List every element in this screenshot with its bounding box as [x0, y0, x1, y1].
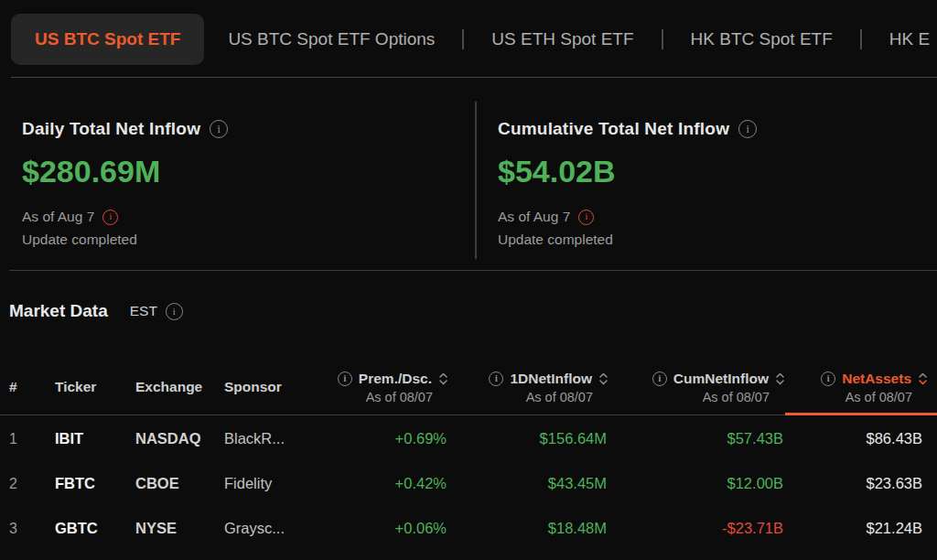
info-icon[interactable] [338, 372, 352, 386]
timezone-label: EST [130, 303, 157, 319]
column-label: Prem./Dsc. [359, 371, 432, 387]
column-1d-net-inflow[interactable]: 1DNetInflow As of 08/07 [448, 371, 609, 404]
prem-dsc-cell: +0.69% [316, 430, 448, 447]
tab-us-eth-spot-etf[interactable]: US ETH Spot ETF [491, 29, 633, 49]
sponsor-cell: BlackR... [224, 430, 316, 447]
row-index: 3 [9, 521, 55, 537]
card-divider [475, 102, 477, 259]
column-as-of: As of 08/07 [526, 390, 593, 404]
daily-net-inflow-value: $280.69M [22, 154, 228, 189]
column-label: CumNetInflow [673, 371, 769, 387]
column-as-of: As of 08/07 [366, 390, 433, 404]
1d-net-inflow-cell: $18.48M [448, 520, 609, 537]
column-sponsor: Sponsor [224, 379, 316, 395]
column-label: 1DNetInflow [510, 371, 592, 387]
table-row[interactable]: 2 FBTC CBOE Fidelity +0.42% $43.45M $12.… [0, 461, 937, 506]
ticker-cell[interactable]: FBTC [55, 475, 135, 492]
sort-icon[interactable] [438, 372, 448, 386]
info-icon[interactable] [210, 120, 228, 138]
prem-dsc-cell: +0.42% [316, 475, 448, 492]
exchange-cell: NYSE [135, 520, 224, 537]
market-data-title: Market Data [9, 301, 108, 321]
info-icon[interactable] [166, 303, 183, 320]
sponsor-cell: Fidelity [224, 475, 316, 492]
column-index: # [9, 379, 55, 395]
table-row[interactable]: 1 IBIT NASDAQ BlackR... +0.69% $156.64M … [0, 416, 937, 461]
card-title: Cumulative Total Net Inflow [498, 119, 729, 139]
column-prem-dsc[interactable]: Prem./Dsc. As of 08/07 [316, 371, 448, 404]
etf-dashboard: US BTC Spot ETF US BTC Spot ETF Options … [0, 0, 937, 560]
tab-us-btc-spot-etf-options[interactable]: US BTC Spot ETF Options [228, 29, 435, 49]
sort-icon[interactable] [598, 372, 609, 386]
column-as-of: As of 08/07 [703, 390, 770, 404]
table-row[interactable]: 3 GBTC NYSE Graysc... +0.06% $18.48M -$2… [0, 506, 937, 551]
card-title: Daily Total Net Inflow [22, 119, 200, 139]
column-cum-net-inflow[interactable]: CumNetInflow As of 08/07 [609, 371, 785, 404]
ticker-cell[interactable]: GBTC [55, 520, 135, 537]
row-index: 2 [9, 476, 55, 492]
net-assets-cell: $23.63B [785, 475, 928, 492]
exchange-cell: CBOE [135, 475, 224, 492]
info-icon[interactable] [738, 120, 757, 138]
tab-hk-eth-spot-etf[interactable]: HK E [889, 29, 930, 49]
cum-net-inflow-cell: $57.43B [609, 430, 785, 447]
alert-info-icon[interactable] [102, 210, 118, 225]
sort-icon-desc-active[interactable] [918, 372, 928, 386]
cum-net-inflow-cell: -$23.71B [609, 520, 785, 537]
tab-separator [860, 29, 862, 49]
column-exchange: Exchange [135, 379, 224, 395]
alert-info-icon[interactable] [578, 210, 594, 225]
sort-icon[interactable] [775, 372, 785, 386]
table-body: 1 IBIT NASDAQ BlackR... +0.69% $156.64M … [0, 416, 937, 551]
row-index: 1 [9, 431, 55, 447]
cum-net-inflow-cell: $12.00B [609, 475, 785, 492]
1d-net-inflow-cell: $43.45M [448, 475, 609, 492]
prem-dsc-cell: +0.06% [316, 520, 448, 537]
market-data-section: Market Data EST # Ticker Exchange Sponso… [0, 271, 937, 560]
tab-hk-btc-spot-etf[interactable]: HK BTC Spot ETF [691, 29, 833, 49]
table-header: # Ticker Exchange Sponsor Prem./Dsc. As … [0, 359, 937, 415]
tab-separator [662, 29, 663, 49]
update-status: Update completed [498, 232, 757, 248]
info-icon[interactable] [821, 372, 835, 386]
column-ticker: Ticker [55, 379, 135, 395]
net-assets-cell: $86.43B [785, 430, 928, 447]
tab-us-btc-spot-etf[interactable]: US BTC Spot ETF [11, 14, 204, 65]
tab-separator [462, 29, 464, 49]
exchange-cell: NASDAQ [135, 430, 224, 447]
as-of-label: As of Aug 7 [498, 209, 570, 225]
column-net-assets[interactable]: NetAssets As of 08/07 [785, 371, 928, 404]
1d-net-inflow-cell: $156.64M [448, 430, 609, 447]
active-sort-underline [785, 413, 937, 415]
column-label: NetAssets [842, 371, 911, 387]
info-icon[interactable] [489, 372, 503, 386]
cumulative-net-inflow-value: $54.02B [498, 154, 757, 189]
as-of-label: As of Aug 7 [22, 209, 94, 225]
sponsor-cell: Graysc... [224, 520, 316, 537]
cumulative-net-inflow-card: Cumulative Total Net Inflow $54.02B As o… [498, 118, 757, 248]
update-status: Update completed [22, 232, 228, 248]
column-as-of: As of 08/07 [845, 390, 912, 404]
summary-section: Daily Total Net Inflow $280.69M As of Au… [0, 78, 937, 271]
ticker-cell[interactable]: IBIT [55, 430, 135, 447]
tab-bar: US BTC Spot ETF US BTC Spot ETF Options … [0, 0, 937, 78]
info-icon[interactable] [652, 372, 667, 386]
net-assets-cell: $21.24B [785, 520, 928, 537]
daily-net-inflow-card: Daily Total Net Inflow $280.69M As of Au… [22, 118, 228, 248]
